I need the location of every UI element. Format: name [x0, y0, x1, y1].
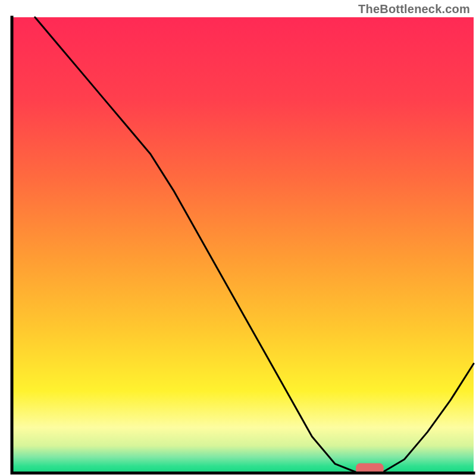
bottleneck-chart — [0, 0, 476, 476]
gradient-bg — [12, 17, 474, 473]
chart-container: TheBottleneck.com — [0, 0, 476, 476]
plot-area — [12, 17, 474, 474]
